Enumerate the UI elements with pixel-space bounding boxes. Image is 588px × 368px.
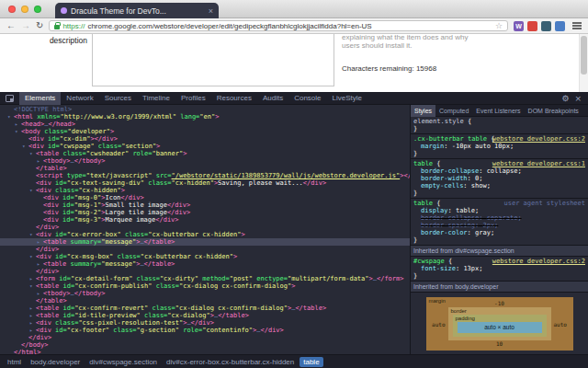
- page-scrollbar[interactable]: [579, 34, 588, 92]
- address-bar[interactable]: https:// chrome.google.com/webstore/deve…: [49, 20, 508, 31]
- margin-left-value[interactable]: auto: [432, 321, 445, 328]
- bookmark-star-icon[interactable]: ☆: [495, 21, 503, 30]
- rule-selector[interactable]: #cwspage: [413, 258, 445, 265]
- tree-row[interactable]: <div id="msg-1">Small tile image</div>: [0, 201, 410, 209]
- sidebar-tab-computed[interactable]: Computed: [435, 105, 472, 117]
- extension-icon-blue[interactable]: [555, 21, 565, 31]
- extension-icon-red[interactable]: [527, 21, 537, 31]
- inspect-element-icon[interactable]: [6, 95, 14, 102]
- twisty-closed-icon[interactable]: ▸: [15, 121, 21, 128]
- tree-row[interactable]: ▸<div id="cx-footer" class="g-section" r…: [0, 327, 410, 334]
- extension-icon-teal[interactable]: [541, 21, 551, 31]
- tree-row[interactable]: ▾<div class="cx-hidden">: [0, 187, 410, 194]
- tree-row[interactable]: </table>: [0, 297, 410, 305]
- tree-row[interactable]: ▸<tbody>…</tbody>: [0, 290, 410, 297]
- tree-row[interactable]: </div>: [0, 268, 410, 275]
- box-model-border[interactable]: border padding auto × auto: [448, 307, 551, 340]
- twisty-open-icon[interactable]: ▾: [29, 187, 36, 194]
- tree-row[interactable]: ▾<table id="cx-confirm-publish" class="c…: [0, 282, 410, 290]
- sidebar-tab-dom-breakpoints[interactable]: DOM Breakpoints: [525, 105, 582, 117]
- twisty-open-icon[interactable]: ▾: [29, 282, 36, 290]
- sidebar-tab-event-listeners[interactable]: Event Listeners: [472, 105, 524, 117]
- tree-row[interactable]: <div id="cx-text-saving-div" class="cx-h…: [0, 179, 410, 187]
- tree-row[interactable]: ▸<div class="css-pixel-resolution-test">…: [0, 319, 410, 327]
- devtools-tab-resources[interactable]: Resources: [211, 92, 257, 105]
- tree-row[interactable]: ▾<body class="developer">: [0, 128, 410, 135]
- tree-row[interactable]: ▾<div id="cx-msg-box" class="cx-butterba…: [0, 253, 410, 260]
- css-property[interactable]: border-spacing: 2px;: [413, 222, 585, 229]
- scrollbar-thumb[interactable]: [581, 36, 587, 75]
- breadcrumb-item[interactable]: table: [300, 357, 322, 367]
- tree-row[interactable]: </div>: [0, 224, 410, 231]
- tree-row[interactable]: <div id="msg-0">Icon</div>: [0, 194, 410, 201]
- margin-top-value[interactable]: -10: [494, 300, 504, 307]
- tree-row[interactable]: <div id="cx-dim"></div>: [0, 135, 410, 143]
- tree-row[interactable]: </div>: [0, 246, 410, 253]
- devtools-tab-console[interactable]: Console: [288, 92, 326, 105]
- tree-row[interactable]: </body>: [0, 341, 410, 349]
- css-property[interactable]: border-collapse: separate;: [413, 214, 585, 222]
- stylesheet-link[interactable]: webstore_developer.css:1: [492, 160, 585, 167]
- breadcrumb-item[interactable]: html: [4, 357, 25, 367]
- twisty-closed-icon[interactable]: ▸: [37, 290, 43, 297]
- css-property[interactable]: margin: -10px auto 10px;: [413, 143, 585, 150]
- tree-row[interactable]: ▾<table class="cwsheader" role="banner">: [0, 150, 410, 157]
- margin-right-value[interactable]: auto: [554, 321, 567, 328]
- rule-selector[interactable]: .cx-butterbar table: [413, 135, 487, 143]
- devtools-tab-network[interactable]: Network: [61, 92, 98, 105]
- css-property[interactable]: display: table;: [413, 207, 585, 214]
- tree-row[interactable]: </div>: [0, 334, 410, 341]
- css-property[interactable]: border-color: gray;: [413, 229, 585, 236]
- tab-close-icon[interactable]: ×: [209, 6, 213, 16]
- twisty-open-icon[interactable]: ▾: [29, 231, 36, 238]
- twisty-closed-icon[interactable]: ▸: [37, 238, 43, 246]
- settings-gear-icon[interactable]: ⚙: [561, 94, 569, 103]
- tree-row[interactable]: </table>: [0, 165, 410, 172]
- close-devtools-icon[interactable]: ×: [574, 94, 582, 103]
- twisty-closed-icon[interactable]: ▸: [29, 327, 36, 334]
- extension-icon-purple-w[interactable]: W: [514, 21, 524, 31]
- twisty-closed-icon[interactable]: ▸: [29, 305, 36, 312]
- twisty-open-icon[interactable]: ▾: [29, 150, 36, 157]
- breadcrumb-item[interactable]: body.developer: [27, 357, 84, 367]
- twisty-closed-icon[interactable]: ▸: [37, 157, 43, 165]
- devtools-tab-livestyle[interactable]: LiveStyle: [327, 92, 368, 105]
- twisty-open-icon[interactable]: ▾: [7, 113, 14, 121]
- css-property[interactable]: border-collapse: collapse;: [413, 167, 585, 175]
- twisty-open-icon[interactable]: ▾: [22, 143, 28, 150]
- devtools-tab-elements[interactable]: Elements: [19, 92, 61, 105]
- tree-row[interactable]: ▸<head>…</head>: [0, 121, 410, 128]
- back-button[interactable]: ←: [6, 21, 16, 30]
- tree-row[interactable]: ▸<tbody>…</tbody>: [0, 157, 410, 165]
- css-property[interactable]: font-size: 13px;: [413, 265, 585, 272]
- css-property[interactable]: empty-cells: show;: [413, 182, 585, 190]
- devtools-tab-audits[interactable]: Audits: [257, 92, 288, 105]
- tree-row[interactable]: <div id="msg-3">Marquee image</div>: [0, 216, 410, 224]
- css-property[interactable]: border-width: 0;: [413, 175, 585, 182]
- tree-row[interactable]: ▸<table id="id-tile-preview" class="cx-d…: [0, 312, 410, 319]
- tree-row[interactable]: <div id="msg-2">Large tile image</div>: [0, 209, 410, 216]
- tree-row[interactable]: ▾<div id="cwspage" class="section">: [0, 143, 410, 150]
- tree-row[interactable]: ▾<div id="cx-error-box" class="cx-butter…: [0, 231, 410, 238]
- rule-selector[interactable]: table: [413, 160, 433, 167]
- tree-row[interactable]: ▸<form id="cx-detail-form" class="cx-dir…: [0, 275, 410, 282]
- margin-bottom-value[interactable]: 10: [496, 340, 503, 348]
- box-model-margin[interactable]: margin auto -10 border padding auto × au…: [426, 297, 573, 351]
- zoom-window-button[interactable]: [34, 6, 41, 13]
- description-textarea[interactable]: [92, 34, 334, 86]
- breadcrumb-item[interactable]: div#cx-error-box.cx-butterbar.cx-hidden: [163, 357, 298, 367]
- twisty-open-icon[interactable]: ▾: [15, 128, 21, 135]
- twisty-closed-icon[interactable]: ▸: [29, 275, 36, 282]
- browser-tab[interactable]: Dracula Theme for DevTo... ×: [55, 3, 219, 18]
- twisty-open-icon[interactable]: ▾: [29, 253, 36, 260]
- rule-selector[interactable]: table: [413, 200, 433, 207]
- menu-icon[interactable]: [572, 22, 582, 29]
- box-model-padding[interactable]: padding auto × auto: [453, 315, 547, 337]
- tree-row[interactable]: ▾<html xmlns="http://www.w3.org/1999/xht…: [0, 113, 410, 121]
- stylesheet-link[interactable]: webstore_developer.css:2: [492, 135, 585, 143]
- tree-row[interactable]: ▸<table summary="message">…</table>: [0, 260, 410, 268]
- forward-button[interactable]: →: [21, 21, 30, 30]
- tree-row[interactable]: ▸<table id="cx-confirm-revert" class="cx…: [0, 305, 410, 312]
- twisty-closed-icon[interactable]: ▸: [37, 260, 43, 268]
- devtools-tab-timeline[interactable]: Timeline: [137, 92, 175, 105]
